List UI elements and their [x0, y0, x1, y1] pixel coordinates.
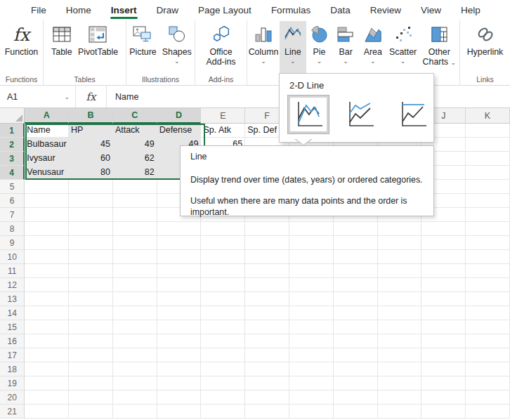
cell-D15[interactable] [157, 320, 202, 334]
row-header-17[interactable]: 17 [0, 348, 25, 362]
cell-H13[interactable] [334, 292, 378, 306]
row-header-13[interactable]: 13 [0, 292, 25, 306]
cell-G17[interactable] [289, 348, 334, 362]
stacked-line-chart-option[interactable] [339, 96, 380, 133]
row-header-10[interactable]: 10 [0, 250, 25, 264]
tab-home[interactable]: Home [56, 0, 101, 20]
cell-E11[interactable] [201, 264, 245, 278]
row-header-7[interactable]: 7 [0, 208, 25, 222]
row-header-14[interactable]: 14 [0, 306, 25, 320]
cell-D9[interactable] [157, 236, 202, 250]
cell-C5[interactable] [113, 180, 157, 194]
cell-D17[interactable] [157, 348, 202, 362]
hyperlink-button[interactable]: Hyperlink [464, 21, 506, 74]
cell-H15[interactable] [334, 320, 378, 334]
cell-J8[interactable] [421, 222, 466, 236]
row-header-12[interactable]: 12 [0, 278, 25, 292]
cell-C9[interactable] [113, 236, 157, 250]
cell-G8[interactable] [289, 222, 334, 236]
cell-B7[interactable] [69, 208, 113, 222]
row-header-6[interactable]: 6 [0, 194, 25, 208]
cell-G15[interactable] [289, 320, 334, 334]
cell-J21[interactable] [421, 405, 466, 419]
cell-G14[interactable] [289, 306, 334, 320]
cell-H14[interactable] [334, 306, 378, 320]
row-header-16[interactable]: 16 [0, 334, 25, 348]
cell-D13[interactable] [157, 292, 202, 306]
tab-data[interactable]: Data [320, 0, 360, 20]
cell-J14[interactable] [421, 306, 466, 320]
cell-A13[interactable] [25, 292, 69, 306]
cell-F19[interactable] [245, 376, 289, 391]
cell-H11[interactable] [334, 264, 378, 278]
cell-E9[interactable] [201, 236, 245, 250]
cell-B8[interactable] [69, 222, 113, 236]
cell-I19[interactable] [378, 376, 422, 391]
cell-E10[interactable] [201, 250, 245, 264]
table-button[interactable]: Table [48, 21, 75, 74]
cell-I11[interactable] [378, 264, 422, 278]
cell-A3[interactable]: Ivysaur [25, 152, 69, 166]
cell-K19[interactable] [466, 376, 510, 391]
cell-K14[interactable] [466, 306, 510, 320]
tab-file[interactable]: File [21, 0, 56, 20]
cell-A1[interactable]: Name [25, 124, 69, 138]
line-chart-option[interactable] [288, 96, 329, 133]
cell-G21[interactable] [289, 405, 334, 419]
cell-B1[interactable]: HP [69, 124, 113, 138]
function-button[interactable]: fx Function [2, 21, 41, 74]
cell-D11[interactable] [157, 264, 202, 278]
tab-insert[interactable]: Insert [101, 0, 147, 20]
cell-B17[interactable] [69, 348, 113, 362]
cell-K7[interactable] [466, 208, 510, 222]
cell-I12[interactable] [378, 278, 422, 292]
cell-B12[interactable] [69, 278, 113, 292]
row-header-15[interactable]: 15 [0, 320, 25, 334]
insert-function-button[interactable]: fx [76, 86, 107, 107]
cell-A2[interactable]: Bulbasaur [25, 138, 69, 152]
cell-C4[interactable]: 82 [113, 166, 157, 180]
cell-K18[interactable] [466, 362, 510, 376]
cell-C21[interactable] [113, 405, 157, 419]
cell-D19[interactable] [157, 376, 202, 391]
cell-D18[interactable] [157, 362, 202, 376]
office-addins-button[interactable]: Office Add-ins [202, 21, 241, 74]
cell-F17[interactable] [245, 348, 289, 362]
cell-F9[interactable] [245, 236, 289, 250]
tab-draw[interactable]: Draw [147, 0, 189, 20]
area-chart-button[interactable]: Area ⌄ [359, 21, 387, 74]
cell-K11[interactable] [466, 264, 510, 278]
cell-A8[interactable] [25, 222, 69, 236]
shapes-button[interactable]: Shapes ⌄ [159, 21, 195, 74]
100-percent-stacked-line-chart-option[interactable] [392, 96, 433, 133]
cell-K16[interactable] [466, 334, 510, 348]
cell-A18[interactable] [25, 362, 69, 376]
cell-A15[interactable] [25, 320, 69, 334]
cell-H18[interactable] [334, 362, 378, 376]
line-chart-button[interactable]: Line ⌄ [280, 21, 306, 74]
cell-H19[interactable] [334, 376, 378, 391]
cell-G13[interactable] [289, 292, 334, 306]
cell-B6[interactable] [69, 194, 113, 208]
cell-A10[interactable] [25, 250, 69, 264]
cell-F16[interactable] [245, 334, 289, 348]
cell-A12[interactable] [25, 278, 69, 292]
cell-I10[interactable] [378, 250, 422, 264]
cell-D12[interactable] [157, 278, 202, 292]
row-header-18[interactable]: 18 [0, 362, 25, 376]
cell-I9[interactable] [378, 236, 422, 250]
cell-A19[interactable] [25, 376, 69, 391]
cell-E19[interactable] [201, 376, 245, 391]
cell-K8[interactable] [466, 222, 510, 236]
cell-C18[interactable] [113, 362, 157, 376]
cell-D20[interactable] [157, 391, 202, 405]
cell-C2[interactable]: 49 [113, 138, 157, 152]
cell-I18[interactable] [378, 362, 422, 376]
column-header-A[interactable]: A [25, 108, 69, 124]
name-box[interactable]: A1 ⌄ [0, 86, 76, 107]
cell-E16[interactable] [201, 334, 245, 348]
cell-G9[interactable] [289, 236, 334, 250]
tab-view[interactable]: View [411, 0, 451, 20]
cell-B16[interactable] [69, 334, 113, 348]
cell-J18[interactable] [421, 362, 466, 376]
